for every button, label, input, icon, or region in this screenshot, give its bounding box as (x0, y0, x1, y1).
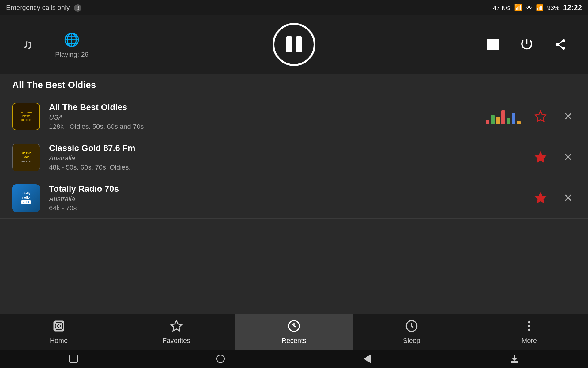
eq-bar (517, 121, 521, 124)
top-right-icons (484, 35, 570, 54)
globe-col: 🌐 Playing: 26 (55, 30, 89, 59)
cast-icon: 👁 (526, 4, 532, 11)
radio-info-2: Classic Gold 87.6 Fm Australia 48k - 50s… (49, 143, 527, 171)
favorite-btn-2[interactable] (533, 150, 548, 165)
status-emergency: Emergency calls only 3 (6, 4, 81, 12)
radio-country-3: Australia (49, 195, 527, 203)
bottom-nav: Home Favorites Recents Sleep (0, 314, 588, 350)
radio-list: ALL THEBESTOLDIES All The Best Oldies US… (0, 96, 588, 219)
nav-favorites[interactable]: Favorites (118, 314, 235, 350)
notification-badge: 3 (74, 4, 81, 12)
radio-right-3: ✕ (533, 190, 576, 206)
radio-info-1: All The Best Oldies USA 128k - Oldies. 5… (49, 102, 480, 131)
svg-marker-7 (171, 320, 182, 331)
eq-bar (507, 118, 510, 124)
eq-bar (512, 113, 515, 124)
eq-bar (491, 115, 495, 124)
radio-country-2: Australia (49, 154, 527, 162)
remove-btn-1[interactable]: ✕ (560, 109, 576, 124)
nav-more-label: More (522, 337, 537, 345)
svg-marker-2 (535, 193, 546, 203)
nav-home[interactable]: Home (0, 314, 118, 350)
radio-desc-1: 128k - Oldies. 50s. 60s and 70s (49, 123, 480, 131)
eq-bar (501, 110, 505, 124)
radio-logo-1: ALL THEBESTOLDIES (12, 103, 40, 130)
clock: 12:22 (563, 3, 582, 12)
recent-apps-button[interactable] (64, 350, 83, 368)
top-left-group: ♫ 🌐 Playing: 26 (18, 30, 89, 59)
back-button[interactable] (358, 350, 377, 368)
radio-logo-3: totallyradio70's (12, 184, 40, 212)
power-button[interactable] (518, 35, 536, 54)
nav-recents-label: Recents (282, 337, 307, 345)
download-arrow-icon (510, 354, 519, 364)
recents-icon (288, 320, 300, 334)
radio-name-3: Totally Radio 70s (49, 184, 527, 194)
wifi-icon: 📶 (536, 4, 544, 11)
radio-desc-2: 48k - 50s. 60s. 70s. Oldies. (49, 163, 527, 171)
pause-button[interactable] (273, 23, 315, 66)
section-title: All The Best Oldies (12, 80, 576, 90)
globe-icon[interactable]: 🌐 (62, 30, 81, 49)
svg-marker-1 (535, 152, 546, 162)
pause-bar-right (296, 36, 302, 52)
top-controls: ♫ 🌐 Playing: 26 (0, 15, 588, 74)
radio-info-3: Totally Radio 70s Australia 64k - 70s (49, 184, 527, 212)
radio-item-2[interactable]: ClassicGoldFM 87.6 Classic Gold 87.6 Fm … (0, 137, 588, 178)
system-nav-bar (0, 350, 588, 368)
more-icon (523, 320, 536, 334)
home-button[interactable] (211, 350, 230, 368)
radio-name-1: All The Best Oldies (49, 102, 480, 112)
home-icon (52, 320, 65, 334)
nav-more[interactable]: More (470, 314, 588, 350)
eq-bar (496, 117, 500, 124)
eq-bar (486, 120, 489, 124)
music-note-icon[interactable]: ♫ (18, 35, 37, 54)
radio-name-2: Classic Gold 87.6 Fm (49, 143, 527, 153)
circle-icon (216, 355, 225, 363)
stop-button[interactable] (484, 35, 502, 54)
svg-marker-0 (535, 111, 546, 121)
triangle-icon (364, 354, 371, 364)
downloads-button[interactable] (505, 350, 524, 368)
sleep-icon (405, 320, 418, 334)
equalizer-1 (486, 109, 521, 124)
battery-indicator: 93% (547, 4, 560, 11)
pause-button-container (273, 23, 315, 66)
radio-logo-2: ClassicGoldFM 87.6 (12, 144, 40, 171)
radio-right-2: ✕ (533, 150, 576, 165)
nav-favorites-label: Favorites (163, 337, 190, 345)
share-button[interactable] (551, 35, 570, 54)
svg-point-12 (528, 328, 530, 331)
radio-desc-3: 64k - 70s (49, 204, 527, 212)
favorites-icon (170, 320, 183, 334)
music-col: ♫ (18, 35, 37, 54)
remove-btn-2[interactable]: ✕ (560, 150, 576, 165)
svg-point-11 (528, 325, 530, 327)
nav-sleep[interactable]: Sleep (353, 314, 470, 350)
svg-point-10 (528, 321, 530, 323)
pause-bar-left (286, 36, 292, 52)
status-right: 47 K/s 📶 👁 📶 93% 12:22 (493, 3, 582, 12)
favorite-btn-3[interactable] (533, 190, 548, 206)
playing-label: Playing: 26 (55, 51, 89, 59)
bluetooth-icon: 📶 (514, 4, 522, 12)
nav-recents[interactable]: Recents (235, 314, 353, 350)
favorite-btn-1[interactable] (533, 109, 548, 124)
radio-item-3[interactable]: totallyradio70's Totally Radio 70s Austr… (0, 178, 588, 219)
network-speed: 47 K/s (493, 4, 511, 11)
section-title-bar: All The Best Oldies (0, 74, 588, 96)
square-icon (69, 355, 78, 363)
radio-country-1: USA (49, 113, 480, 121)
nav-sleep-label: Sleep (403, 337, 420, 345)
radio-right-1: ✕ (486, 109, 576, 124)
remove-btn-3[interactable]: ✕ (560, 190, 576, 206)
radio-item-1[interactable]: ALL THEBESTOLDIES All The Best Oldies US… (0, 96, 588, 137)
status-bar: Emergency calls only 3 47 K/s 📶 👁 📶 93% … (0, 0, 588, 15)
nav-home-label: Home (50, 337, 68, 345)
